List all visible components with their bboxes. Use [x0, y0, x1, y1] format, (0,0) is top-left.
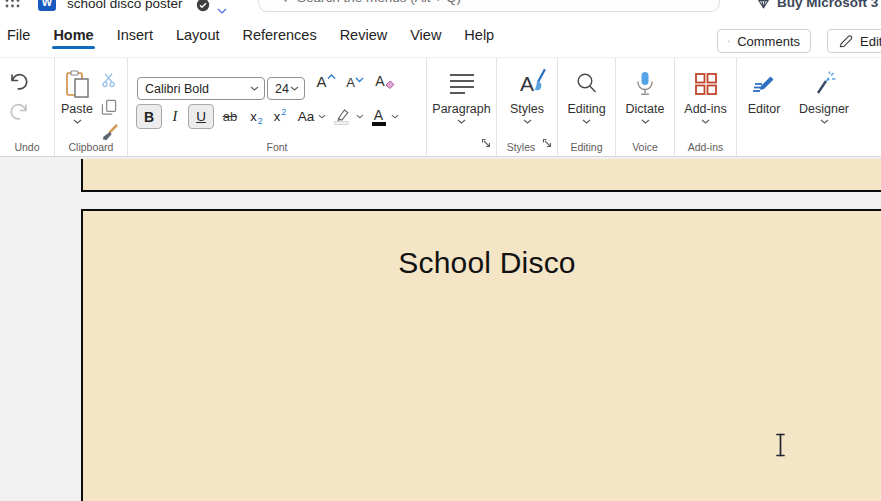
redo-button[interactable] — [6, 98, 32, 124]
tab-review[interactable]: Review — [339, 25, 389, 51]
comment-bubble-icon — [728, 34, 730, 49]
search-placeholder: Search the menus (Alt + Q) — [297, 0, 461, 5]
font-color-button[interactable]: A — [368, 104, 402, 129]
document-title[interactable]: school disco poster — [67, 0, 183, 11]
copy-icon — [101, 99, 117, 116]
cut-button[interactable] — [97, 69, 121, 91]
undo-button[interactable] — [6, 68, 32, 94]
buy-microsoft-365-link[interactable]: Buy Microsoft 3 — [756, 0, 878, 10]
copy-button[interactable] — [97, 96, 121, 118]
superscript-button[interactable]: x2 — [269, 104, 291, 129]
menu-bar: File Home Insert Layout References Revie… — [0, 14, 881, 57]
chevron-down-icon — [391, 114, 399, 119]
tab-insert[interactable]: Insert — [116, 25, 154, 51]
tab-help[interactable]: Help — [463, 25, 495, 51]
ribbon: Undo Paste — [0, 57, 881, 157]
comments-button[interactable]: Comments — [717, 29, 811, 53]
highlighter-icon — [333, 107, 352, 127]
addins-grid-icon — [693, 69, 719, 99]
editing-group-label: Editing — [558, 141, 615, 153]
saved-status-icon[interactable] — [196, 0, 210, 14]
paste-button[interactable]: Paste — [56, 58, 98, 124]
undo-group-label: Undo — [0, 141, 54, 153]
app-launcher-waffle-icon[interactable] — [4, 0, 21, 13]
highlight-color-button[interactable] — [332, 104, 365, 129]
editing-group: Editing Editing — [558, 58, 616, 156]
font-group: Calibri Bold 24 A A A B I U — [128, 58, 427, 156]
title-bar: W school disco poster Search the menus (… — [0, 0, 881, 14]
clipboard-group: Paste Clipboard — [55, 58, 128, 156]
designer-wand-icon — [811, 69, 837, 99]
editor-designer-group: Editor Designer — [737, 58, 881, 156]
diamond-icon — [756, 0, 771, 10]
paragraph-group: Paragraph — [427, 58, 497, 156]
designer-button[interactable]: Designer — [791, 58, 857, 156]
tab-view[interactable]: View — [409, 25, 442, 51]
font-group-label: Font — [128, 141, 426, 153]
eraser-icon — [385, 79, 395, 89]
shrink-font-button[interactable]: A — [342, 71, 368, 96]
paintbrush-icon — [100, 124, 118, 142]
clipboard-group-label: Clipboard — [55, 141, 127, 153]
undo-group: Undo — [0, 58, 55, 156]
addins-group-label: Add-ins — [675, 141, 736, 153]
chevron-down-icon — [290, 86, 299, 91]
page-previous-bottom[interactable] — [81, 159, 881, 192]
paste-clipboard-icon — [65, 69, 90, 99]
tab-references[interactable]: References — [241, 25, 317, 51]
bold-button[interactable]: B — [136, 104, 162, 129]
editor-button[interactable]: Editor — [737, 58, 791, 156]
addins-group: Add-ins Add-ins — [675, 58, 737, 156]
title-chevron-down-icon[interactable] — [217, 0, 227, 14]
editor-pencil-icon — [751, 69, 777, 99]
addins-button[interactable]: Add-ins — [675, 58, 736, 124]
paragraph-dialog-launcher[interactable] — [481, 135, 492, 153]
paragraph-lines-icon — [448, 69, 476, 99]
search-icon — [273, 0, 288, 7]
font-color-swatch — [372, 122, 386, 126]
tab-layout[interactable]: Layout — [175, 25, 221, 51]
tab-home[interactable]: Home — [52, 25, 94, 51]
page-current[interactable]: School Disco — [81, 209, 881, 501]
chevron-down-icon — [356, 114, 364, 119]
microphone-icon — [634, 69, 656, 99]
voice-group-label: Voice — [616, 141, 674, 153]
underline-button[interactable]: U — [188, 104, 214, 129]
word-app-icon[interactable]: W — [38, 0, 56, 11]
pencil-icon — [838, 34, 853, 49]
font-name-select[interactable]: Calibri Bold — [137, 77, 265, 100]
change-case-button[interactable]: Aa — [295, 104, 329, 129]
magnifier-icon — [574, 69, 600, 99]
subscript-button[interactable]: x2 — [246, 104, 267, 129]
chevron-down-icon — [318, 114, 326, 119]
search-input[interactable]: Search the menus (Alt + Q) — [258, 0, 720, 12]
scissors-icon — [101, 72, 117, 88]
text-cursor-ibeam — [774, 433, 787, 461]
styles-brush-icon: A — [520, 69, 534, 99]
editing-button[interactable]: Editing — [558, 58, 615, 124]
chevron-down-icon — [250, 86, 259, 91]
clear-formatting-button[interactable]: A — [371, 71, 399, 96]
tab-file[interactable]: File — [6, 25, 31, 51]
strikethrough-button[interactable]: ab — [217, 104, 243, 129]
paragraph-button[interactable]: Paragraph — [427, 58, 496, 124]
grow-font-button[interactable]: A — [313, 71, 339, 96]
styles-dialog-launcher[interactable] — [542, 135, 553, 153]
document-canvas[interactable]: School Disco — [0, 157, 881, 501]
styles-button[interactable]: A Styles — [497, 58, 557, 124]
dictate-button[interactable]: Dictate — [616, 58, 674, 124]
editing-mode-button[interactable]: Editing — [827, 29, 881, 53]
document-heading[interactable]: School Disco — [83, 246, 881, 280]
styles-group: A Styles Styles — [497, 58, 558, 156]
voice-group: Dictate Voice — [616, 58, 675, 156]
font-size-select[interactable]: 24 — [267, 77, 305, 100]
italic-button[interactable]: I — [165, 104, 185, 129]
